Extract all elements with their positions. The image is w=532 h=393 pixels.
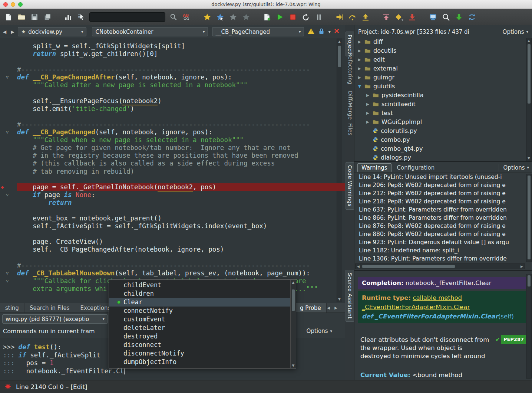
step-into-icon[interactable] <box>335 12 344 22</box>
search-small-icon[interactable] <box>169 12 178 22</box>
runtime-type-link[interactable]: callable method <box>413 294 462 301</box>
warning-item[interactable]: Line 1182: Undefined name: split_i <box>354 246 526 255</box>
warnings-horizontal-scrollbar[interactable]: ◀ ▶ <box>355 263 525 269</box>
stop-icon[interactable] <box>288 12 298 22</box>
assistant-vertical-scrollbar[interactable] <box>526 274 532 379</box>
scroll-right-icon[interactable]: ▶ <box>519 264 525 269</box>
scroll-up-icon[interactable]: ▲ <box>291 281 296 284</box>
code-line[interactable] <box>0 89 345 97</box>
restart-icon[interactable] <box>301 12 311 22</box>
code-editor[interactable]: split_w = self._fGtkSplitWidgets[split] … <box>0 38 345 303</box>
history-back-button[interactable]: ◀ <box>2 29 7 35</box>
minimize-window-button[interactable] <box>11 2 15 7</box>
code-line[interactable]: ◆ page = self._GetPanelInNotebook(notebo… <box>0 183 345 191</box>
tab-configuration[interactable]: Configuration <box>393 163 439 172</box>
clear-breakpoints-icon[interactable] <box>407 12 417 22</box>
step-out-icon[interactable] <box>361 12 370 22</box>
new-scratch-icon[interactable] <box>262 12 272 22</box>
tree-item[interactable]: ▶diff <box>354 37 526 46</box>
tree-item[interactable]: ▶docutils <box>354 46 526 55</box>
warning-item[interactable]: Line 1306: PyLint: Parameters differ fro… <box>354 255 526 263</box>
tab-debug-probe[interactable]: g Probe <box>294 303 327 312</box>
code-line[interactable]: #---------------------------------------… <box>0 121 345 128</box>
tree-item[interactable]: combo_qt4.py <box>354 144 526 153</box>
code-line[interactable]: ▽def _CB_TabLabelMouseDown(self, tab_lab… <box>0 269 345 277</box>
tree-item[interactable]: ▶scintillaedit <box>354 99 526 108</box>
console-options-button[interactable]: Options ▾ <box>302 328 332 334</box>
close-window-button[interactable] <box>3 2 8 7</box>
goto-cursor-icon[interactable] <box>76 12 86 22</box>
collapse-icon[interactable]: ▼ <box>358 84 364 88</box>
bookmark-star-icon[interactable] <box>202 12 212 22</box>
tree-item[interactable]: combo.py <box>354 135 526 144</box>
bookmark-goto-icon[interactable] <box>215 12 225 22</box>
file-dropdown[interactable]: ★ dockview.py ▾ <box>18 27 86 36</box>
warning-item[interactable]: Line 218: Pep8: W602 deprecated form of … <box>354 197 526 206</box>
expand-icon[interactable]: ▶ <box>358 75 364 79</box>
tab-warnings[interactable]: Warnings <box>357 163 391 172</box>
completion-item[interactable]: disconnect <box>109 341 291 349</box>
tree-item[interactable]: ▶pysidescintilla <box>354 91 526 99</box>
close-split-icon[interactable] <box>334 28 340 35</box>
tree-item[interactable]: colorutils.py <box>354 126 526 135</box>
process-dropdown[interactable]: wing.py (pid 85777) (exceptio ▾ <box>2 314 108 324</box>
warning-item[interactable]: Line 866: PyLint: Parameters differ from… <box>354 214 526 222</box>
code-line[interactable] <box>0 176 345 183</box>
scroll-down-icon[interactable]: ▼ <box>526 156 531 160</box>
tree-item[interactable]: ▶external <box>354 64 526 73</box>
fold-toggle-icon[interactable]: ▽ <box>0 277 17 285</box>
code-line[interactable]: return split_w.get_children()[0] <box>0 50 345 58</box>
spelling-ab-icon[interactable]: AB <box>182 12 191 22</box>
code-line[interactable]: self.emit('title-changed') <box>0 105 345 113</box>
code-line[interactable]: page._CreateView() <box>0 238 345 246</box>
side-tab-refactoring[interactable]: Refactoring <box>346 50 354 87</box>
toolbar-search-input[interactable] <box>89 12 165 22</box>
save-all-icon[interactable] <box>43 12 52 22</box>
completion-item[interactable]: Clear <box>109 298 291 307</box>
code-line[interactable] <box>0 113 345 121</box>
lock-icon[interactable] <box>318 28 325 36</box>
expand-icon[interactable]: ▶ <box>366 111 373 115</box>
bookmark-next-icon[interactable] <box>241 12 251 22</box>
expand-icon[interactable]: ▶ <box>358 49 364 53</box>
code-line[interactable] <box>0 58 345 66</box>
step-over-icon[interactable] <box>348 12 357 22</box>
tabs-scroll-right-icon[interactable]: ▶ <box>333 305 339 311</box>
project-vertical-scrollbar[interactable]: ▲ ▼ <box>526 38 532 161</box>
expand-icon[interactable]: ▶ <box>358 66 364 71</box>
scrollbar-thumb[interactable] <box>528 275 531 286</box>
tree-item[interactable]: ▶test <box>354 108 526 117</box>
warning-item[interactable]: Line 14: PyLint: Unused import itertools… <box>354 173 526 181</box>
zoom-window-button[interactable] <box>18 2 23 7</box>
scroll-left-icon[interactable]: ◀ <box>356 264 361 269</box>
code-line[interactable]: self.__CB_PageChangedAfter(notebook, ign… <box>0 246 345 253</box>
bottom-tab[interactable]: Search in Files <box>24 303 75 312</box>
scroll-up-icon[interactable]: ▲ <box>526 39 531 43</box>
warnings-options-button[interactable]: Options ▾ <box>499 164 529 171</box>
tree-item[interactable]: ▶edit <box>354 55 526 64</box>
profiler-icon[interactable] <box>63 12 73 22</box>
popup-scrollbar[interactable]: ▲ ▼ <box>290 280 296 368</box>
run-icon[interactable] <box>275 12 285 22</box>
fold-toggle-icon[interactable]: ▽ <box>0 269 17 277</box>
fold-toggle-icon[interactable]: ▽ <box>0 128 17 136</box>
update-icon[interactable] <box>454 12 464 22</box>
tree-item[interactable]: ▶guimgr <box>354 73 526 82</box>
breakpoint-menu-icon[interactable] <box>394 12 404 22</box>
code-line[interactable]: event_box = notebook.get_parent() <box>0 214 345 222</box>
side-tab-files[interactable]: Files <box>346 121 354 138</box>
expand-icon[interactable]: ▶ <box>366 102 373 106</box>
history-forward-button[interactable]: ▶ <box>10 29 15 35</box>
warning-triangle-icon[interactable] <box>307 28 315 36</box>
runtime-symbol-link[interactable]: _CEventFilterForAdapterMixin.Clear <box>362 304 470 311</box>
warning-item[interactable]: Line 923: PyLint: Dangerous default valu… <box>354 238 526 246</box>
scrollbar-thumb[interactable] <box>528 176 531 259</box>
completion-item[interactable]: destroyed <box>109 332 291 341</box>
completion-item[interactable]: deleteLater <box>109 324 291 332</box>
save-icon[interactable] <box>30 12 39 22</box>
code-line[interactable]: """Called when a new page is selected in… <box>0 136 345 144</box>
code-line[interactable] <box>0 230 345 238</box>
warning-item[interactable]: Line 206: Pep8: W602 deprecated form of … <box>354 181 526 189</box>
code-line[interactable]: #---------------------------------------… <box>0 66 345 73</box>
fold-toggle-icon[interactable]: ▽ <box>0 73 17 81</box>
